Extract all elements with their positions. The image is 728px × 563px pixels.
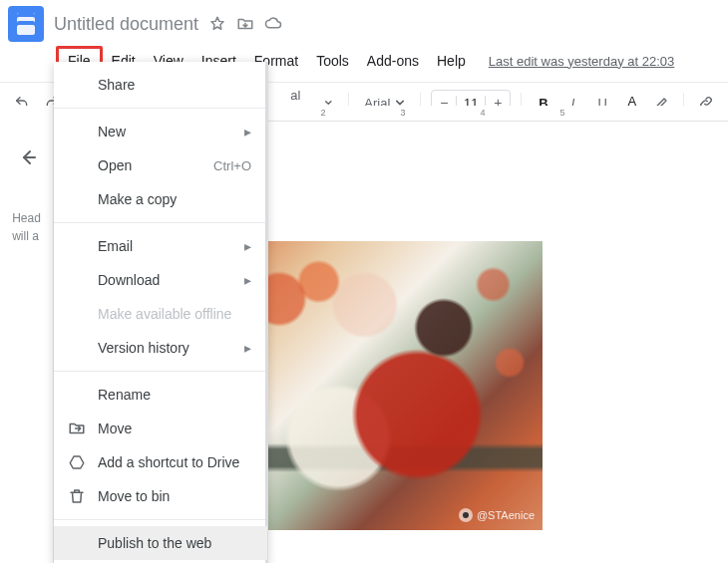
menu-rename[interactable]: Rename bbox=[54, 378, 267, 412]
menu-help[interactable]: Help bbox=[428, 49, 475, 73]
menu-add-shortcut[interactable]: Add a shortcut to Drive bbox=[54, 445, 267, 479]
trash-icon bbox=[68, 487, 86, 505]
menu-move[interactable]: Move bbox=[54, 412, 267, 445]
menu-publish-to-web[interactable]: Publish to the web bbox=[54, 526, 267, 560]
menu-tools[interactable]: Tools bbox=[307, 49, 358, 73]
outline-text-1: Head bbox=[12, 209, 41, 227]
menu-share[interactable]: Share bbox=[54, 68, 267, 102]
file-menu-dropdown: Share New▸ OpenCtrl+O Make a copy Email▸… bbox=[54, 62, 267, 563]
submenu-arrow-icon: ▸ bbox=[244, 238, 251, 254]
ruler-num: 4 bbox=[480, 108, 485, 118]
ruler-num: 2 bbox=[320, 108, 325, 118]
menu-make-copy[interactable]: Make a copy bbox=[54, 182, 267, 216]
back-arrow-icon[interactable] bbox=[15, 145, 39, 169]
menu-email[interactable]: Email▸ bbox=[54, 229, 267, 263]
ruler-num: 5 bbox=[559, 108, 564, 118]
cloud-status-icon[interactable] bbox=[264, 15, 282, 33]
document-title[interactable]: Untitled document bbox=[54, 14, 198, 35]
shortcut-label: Ctrl+O bbox=[213, 158, 251, 173]
submenu-arrow-icon: ▸ bbox=[244, 340, 251, 356]
outline-text-2: will a bbox=[12, 227, 41, 245]
menu-move-to-bin[interactable]: Move to bin bbox=[54, 479, 267, 513]
menu-version-history[interactable]: Version history▸ bbox=[54, 331, 267, 365]
menu-offline: Make available offline bbox=[54, 297, 267, 331]
submenu-arrow-icon: ▸ bbox=[244, 124, 251, 140]
outline-panel: Head will a bbox=[0, 106, 54, 563]
move-folder-icon[interactable] bbox=[236, 15, 254, 33]
ruler-num: 3 bbox=[400, 108, 405, 118]
star-icon[interactable] bbox=[208, 15, 226, 33]
last-edit-link[interactable]: Last edit was yesterday at 22:03 bbox=[489, 54, 674, 69]
image-watermark: @STAenice bbox=[459, 508, 535, 522]
move-folder-icon bbox=[68, 420, 86, 437]
menu-open[interactable]: OpenCtrl+O bbox=[54, 148, 267, 182]
menu-download[interactable]: Download▸ bbox=[54, 263, 267, 297]
submenu-arrow-icon: ▸ bbox=[244, 272, 251, 288]
menu-addons[interactable]: Add-ons bbox=[358, 49, 428, 73]
menu-new[interactable]: New▸ bbox=[54, 115, 267, 148]
drive-icon bbox=[68, 453, 86, 471]
docs-logo[interactable] bbox=[8, 6, 44, 42]
